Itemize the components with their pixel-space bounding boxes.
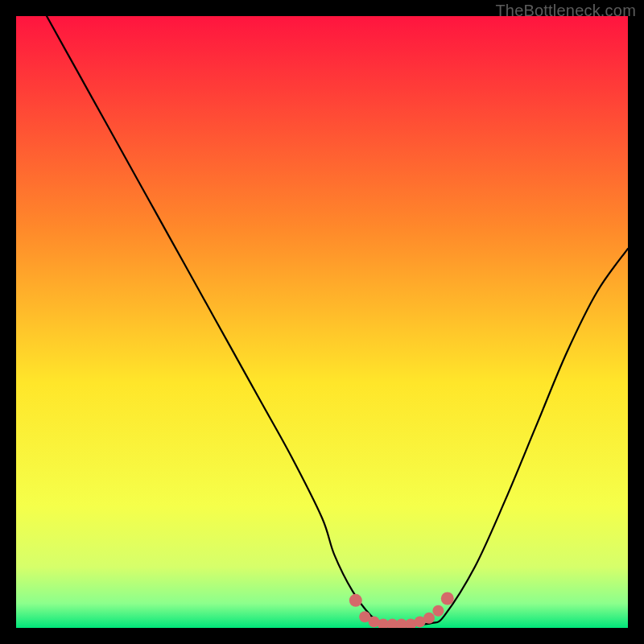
marker-dot — [432, 605, 444, 617]
watermark-text: TheBottleneck.com — [495, 2, 636, 20]
gradient-background — [16, 16, 628, 628]
chart-frame: TheBottleneck.com — [0, 0, 644, 644]
marker-dot — [349, 594, 362, 607]
chart-svg — [16, 16, 628, 628]
marker-dot — [423, 613, 435, 624]
plot-area — [16, 16, 628, 628]
marker-dot — [441, 592, 454, 605]
